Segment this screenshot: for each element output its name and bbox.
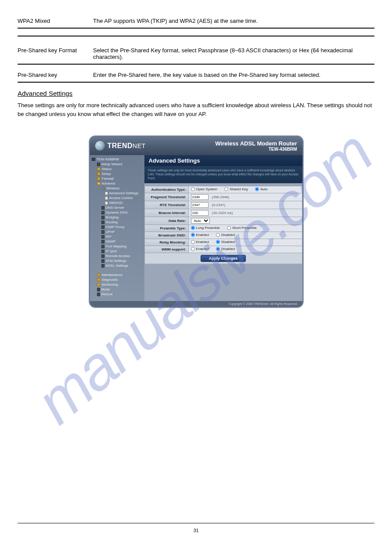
datarate-select[interactable]: Auto: [191, 218, 210, 224]
datarate-label: Data Rate:: [144, 217, 188, 225]
auth-label: Authentication Type:: [144, 186, 188, 193]
relay-label: Relay Blocking:: [144, 239, 188, 246]
nav-status[interactable]: Status: [92, 167, 144, 171]
beacon-input[interactable]: [191, 210, 209, 216]
relay-disabled[interactable]: Disabled: [216, 240, 235, 244]
bssid-label: Broadcast SSID:: [144, 232, 188, 239]
nav-monitoring[interactable]: Monitoring: [92, 282, 144, 287]
nav-root[interactable]: TEW-436BRM: [92, 157, 144, 162]
nav-wireless[interactable]: Wireless: [92, 186, 144, 191]
preamble-short[interactable]: Short Preamble: [227, 226, 257, 230]
auth-shared-key[interactable]: Shared Key: [224, 187, 248, 191]
page-icon: [101, 240, 104, 243]
doc-icon: [105, 192, 108, 195]
page-icon: [97, 293, 100, 296]
page-icon: [101, 206, 104, 210]
divider: [18, 36, 374, 36]
nav-mode[interactable]: Mode: [92, 287, 144, 292]
nav-remote-access[interactable]: Remote Access: [92, 254, 144, 258]
brand-logo: TRENDNET: [95, 141, 146, 151]
brand-swirl-icon: [95, 141, 105, 151]
page-icon: [101, 216, 104, 219]
nav-bridging[interactable]: Bridging: [92, 215, 144, 220]
nav-firewall[interactable]: Firewall: [92, 176, 144, 181]
divider: [18, 82, 374, 83]
nav-setup-wizard[interactable]: Setup Wizard: [92, 162, 144, 167]
page-icon: [101, 254, 104, 258]
frag-input[interactable]: [191, 194, 209, 200]
frag-range: (256-2346): [212, 195, 229, 199]
divider: [18, 28, 374, 29]
router-title-sub: TEW-436BRM: [215, 147, 297, 152]
computer-icon: [92, 158, 95, 161]
doc-icon: [105, 196, 108, 200]
apply-changes-button[interactable]: Apply Changes: [201, 255, 246, 262]
nav-adv-settings[interactable]: Advanced Settings: [92, 191, 144, 196]
nav-rip[interactable]: RIP: [92, 234, 144, 239]
wmm-disabled[interactable]: Disabled: [216, 247, 235, 251]
nav-routing[interactable]: Routing: [92, 220, 144, 225]
nav-snmp[interactable]: SNMP: [92, 239, 144, 244]
nav-igmp-proxy[interactable]: IGMP Proxy: [92, 225, 144, 229]
bssid-disabled[interactable]: Disabled: [216, 233, 235, 237]
doc-desc-psk-format: Select the Pre-Shared Key format, select…: [93, 47, 374, 60]
folder-icon: [97, 167, 101, 170]
rts-input[interactable]: [191, 202, 209, 208]
doc-desc-wpa2: The AP supports WPA (TKIP) and WPA2 (AES…: [93, 18, 258, 24]
preamble-label: Preamble Type:: [144, 225, 188, 232]
bssid-enabled[interactable]: Enabled: [191, 233, 209, 237]
folder-icon: [97, 172, 101, 175]
sidebar-nav: TEW-436BRM Setup Wizard Status Setup Fir…: [90, 155, 144, 301]
doc-row-wpa2: WPA2 Mixed The AP supports WPA (TKIP) an…: [18, 18, 374, 24]
nav-port-mapping[interactable]: Port Mapping: [92, 244, 144, 249]
nav-adsl-settings[interactable]: ADSL Settings: [92, 263, 144, 268]
wmm-enabled[interactable]: Enabled: [191, 247, 209, 251]
preamble-long[interactable]: Long Preamble: [191, 226, 220, 230]
page-icon: [101, 245, 104, 248]
doc-icon: [105, 201, 108, 205]
router-header: TRENDNET Wireless ADSL Modem Router TEW-…: [90, 137, 302, 155]
nav-dns-server[interactable]: DNS Server: [92, 205, 144, 210]
folder-icon: [97, 273, 101, 276]
page-icon: [101, 235, 104, 239]
folder-icon: [97, 177, 101, 180]
auth-auto[interactable]: Auto: [255, 187, 267, 191]
nav-atm-settings[interactable]: ATM Settings: [92, 258, 144, 263]
nav-reboot[interactable]: Reboot: [92, 292, 144, 297]
nav-access-control[interactable]: Access Control: [92, 196, 144, 200]
nav-ip-qos[interactable]: IP QoS: [92, 249, 144, 254]
beacon-label: Beacon Interval:: [144, 209, 188, 217]
router-admin-window: TRENDNET Wireless ADSL Modem Router TEW-…: [89, 136, 303, 308]
page-icon: [97, 288, 100, 291]
brand-text: TRENDNET: [108, 142, 146, 150]
page-icon: [101, 211, 104, 214]
router-title-main: Wireless ADSL Modem Router: [215, 140, 297, 147]
relay-enabled[interactable]: Enabled: [191, 240, 209, 244]
page-icon: [101, 264, 104, 268]
panel-warning: These settings are only for more technic…: [144, 166, 302, 183]
page-icon: [101, 259, 104, 263]
doc-intro: These settings are only for more technic…: [18, 101, 374, 118]
page-footer-line: [18, 523, 374, 523]
frag-label: Fragment Threshold:: [144, 193, 188, 201]
doc-label-psk: Pre-Shared key: [18, 72, 79, 78]
doc-desc-psk: Enter the Pre-Shared here, the key value…: [93, 72, 320, 78]
globe-icon: [101, 187, 105, 190]
panel-title: Advanced Settings: [144, 155, 302, 166]
folder-icon: [97, 278, 101, 281]
nav-advance[interactable]: Advance: [92, 181, 144, 186]
nav-setup[interactable]: Setup: [92, 171, 144, 176]
nav-mbssid[interactable]: MBSSID: [92, 200, 144, 205]
auth-open-system[interactable]: Open System: [191, 187, 217, 191]
doc-row-psk-format: Pre-Shared key Format Select the Pre-Sha…: [18, 47, 374, 60]
doc-row-psk: Pre-Shared key Enter the Pre-Shared here…: [18, 72, 374, 78]
nav-upnp[interactable]: UPnP: [92, 229, 144, 234]
page-icon: [101, 230, 104, 234]
page-number: 31: [0, 528, 392, 533]
nav-diagnostic[interactable]: Diagnostic: [92, 277, 144, 282]
content-area: Advanced Settings These settings are onl…: [144, 155, 302, 301]
nav-maintainance[interactable]: Maintainance: [92, 272, 144, 277]
nav-dynamic-dns[interactable]: Dynamic DNS: [92, 210, 144, 215]
page-icon: [101, 250, 104, 253]
settings-table: Authentication Type: Open System Shared …: [144, 186, 302, 264]
